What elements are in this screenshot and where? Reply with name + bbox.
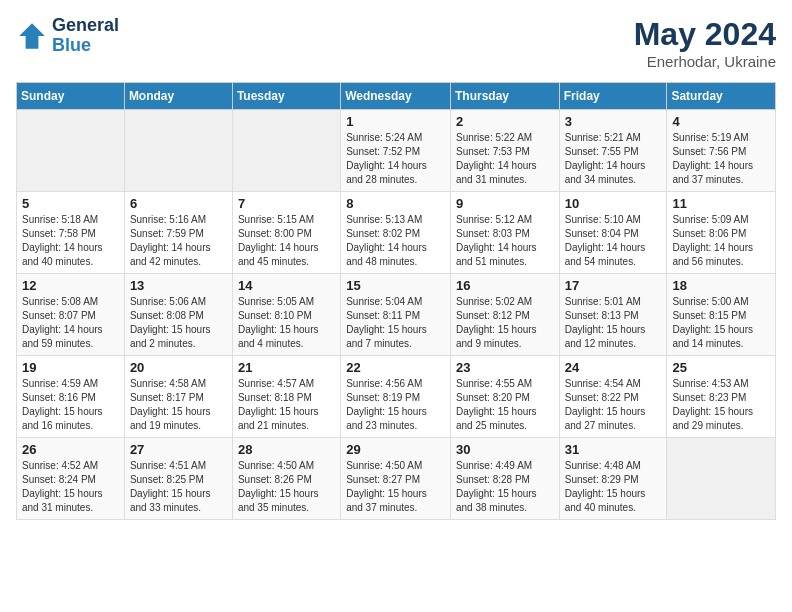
calendar-cell: 21Sunrise: 4:57 AM Sunset: 8:18 PM Dayli… — [232, 356, 340, 438]
logo-text: General Blue — [52, 16, 119, 56]
calendar-cell: 11Sunrise: 5:09 AM Sunset: 8:06 PM Dayli… — [667, 192, 776, 274]
calendar-cell: 4Sunrise: 5:19 AM Sunset: 7:56 PM Daylig… — [667, 110, 776, 192]
calendar-cell: 3Sunrise: 5:21 AM Sunset: 7:55 PM Daylig… — [559, 110, 667, 192]
day-info: Sunrise: 4:50 AM Sunset: 8:27 PM Dayligh… — [346, 459, 445, 515]
calendar-cell: 13Sunrise: 5:06 AM Sunset: 8:08 PM Dayli… — [124, 274, 232, 356]
calendar-cell: 19Sunrise: 4:59 AM Sunset: 8:16 PM Dayli… — [17, 356, 125, 438]
weekday-header: Thursday — [450, 83, 559, 110]
calendar-cell — [124, 110, 232, 192]
day-number: 17 — [565, 278, 662, 293]
calendar-cell: 24Sunrise: 4:54 AM Sunset: 8:22 PM Dayli… — [559, 356, 667, 438]
day-info: Sunrise: 5:18 AM Sunset: 7:58 PM Dayligh… — [22, 213, 119, 269]
day-info: Sunrise: 5:22 AM Sunset: 7:53 PM Dayligh… — [456, 131, 554, 187]
day-info: Sunrise: 4:53 AM Sunset: 8:23 PM Dayligh… — [672, 377, 770, 433]
day-number: 21 — [238, 360, 335, 375]
day-number: 5 — [22, 196, 119, 211]
calendar-cell: 6Sunrise: 5:16 AM Sunset: 7:59 PM Daylig… — [124, 192, 232, 274]
day-number: 13 — [130, 278, 227, 293]
calendar-cell: 9Sunrise: 5:12 AM Sunset: 8:03 PM Daylig… — [450, 192, 559, 274]
calendar-cell: 5Sunrise: 5:18 AM Sunset: 7:58 PM Daylig… — [17, 192, 125, 274]
logo-icon — [16, 20, 48, 52]
calendar-cell: 28Sunrise: 4:50 AM Sunset: 8:26 PM Dayli… — [232, 438, 340, 520]
day-info: Sunrise: 4:54 AM Sunset: 8:22 PM Dayligh… — [565, 377, 662, 433]
calendar-cell: 31Sunrise: 4:48 AM Sunset: 8:29 PM Dayli… — [559, 438, 667, 520]
day-info: Sunrise: 5:08 AM Sunset: 8:07 PM Dayligh… — [22, 295, 119, 351]
day-info: Sunrise: 4:50 AM Sunset: 8:26 PM Dayligh… — [238, 459, 335, 515]
calendar-week-row: 26Sunrise: 4:52 AM Sunset: 8:24 PM Dayli… — [17, 438, 776, 520]
calendar-cell: 7Sunrise: 5:15 AM Sunset: 8:00 PM Daylig… — [232, 192, 340, 274]
day-number: 30 — [456, 442, 554, 457]
day-number: 3 — [565, 114, 662, 129]
calendar-cell: 18Sunrise: 5:00 AM Sunset: 8:15 PM Dayli… — [667, 274, 776, 356]
day-number: 6 — [130, 196, 227, 211]
calendar-week-row: 12Sunrise: 5:08 AM Sunset: 8:07 PM Dayli… — [17, 274, 776, 356]
day-info: Sunrise: 4:51 AM Sunset: 8:25 PM Dayligh… — [130, 459, 227, 515]
day-info: Sunrise: 5:01 AM Sunset: 8:13 PM Dayligh… — [565, 295, 662, 351]
calendar-cell — [667, 438, 776, 520]
calendar-cell: 2Sunrise: 5:22 AM Sunset: 7:53 PM Daylig… — [450, 110, 559, 192]
day-number: 27 — [130, 442, 227, 457]
logo: General Blue — [16, 16, 119, 56]
day-info: Sunrise: 5:13 AM Sunset: 8:02 PM Dayligh… — [346, 213, 445, 269]
day-info: Sunrise: 5:04 AM Sunset: 8:11 PM Dayligh… — [346, 295, 445, 351]
day-info: Sunrise: 5:00 AM Sunset: 8:15 PM Dayligh… — [672, 295, 770, 351]
day-info: Sunrise: 5:06 AM Sunset: 8:08 PM Dayligh… — [130, 295, 227, 351]
day-info: Sunrise: 4:57 AM Sunset: 8:18 PM Dayligh… — [238, 377, 335, 433]
day-number: 2 — [456, 114, 554, 129]
day-info: Sunrise: 4:52 AM Sunset: 8:24 PM Dayligh… — [22, 459, 119, 515]
day-number: 20 — [130, 360, 227, 375]
weekday-header: Sunday — [17, 83, 125, 110]
calendar-cell: 17Sunrise: 5:01 AM Sunset: 8:13 PM Dayli… — [559, 274, 667, 356]
calendar-cell: 27Sunrise: 4:51 AM Sunset: 8:25 PM Dayli… — [124, 438, 232, 520]
svg-marker-0 — [19, 23, 45, 49]
day-number: 8 — [346, 196, 445, 211]
title-block: May 2024 Enerhodar, Ukraine — [634, 16, 776, 70]
day-number: 10 — [565, 196, 662, 211]
day-info: Sunrise: 5:10 AM Sunset: 8:04 PM Dayligh… — [565, 213, 662, 269]
day-number: 9 — [456, 196, 554, 211]
day-info: Sunrise: 5:12 AM Sunset: 8:03 PM Dayligh… — [456, 213, 554, 269]
day-info: Sunrise: 5:02 AM Sunset: 8:12 PM Dayligh… — [456, 295, 554, 351]
calendar-cell — [232, 110, 340, 192]
day-info: Sunrise: 5:19 AM Sunset: 7:56 PM Dayligh… — [672, 131, 770, 187]
day-info: Sunrise: 4:58 AM Sunset: 8:17 PM Dayligh… — [130, 377, 227, 433]
calendar-cell: 16Sunrise: 5:02 AM Sunset: 8:12 PM Dayli… — [450, 274, 559, 356]
day-info: Sunrise: 5:15 AM Sunset: 8:00 PM Dayligh… — [238, 213, 335, 269]
day-number: 23 — [456, 360, 554, 375]
day-number: 26 — [22, 442, 119, 457]
calendar-cell: 23Sunrise: 4:55 AM Sunset: 8:20 PM Dayli… — [450, 356, 559, 438]
calendar-cell: 15Sunrise: 5:04 AM Sunset: 8:11 PM Dayli… — [341, 274, 451, 356]
calendar-cell: 25Sunrise: 4:53 AM Sunset: 8:23 PM Dayli… — [667, 356, 776, 438]
calendar-cell: 20Sunrise: 4:58 AM Sunset: 8:17 PM Dayli… — [124, 356, 232, 438]
day-number: 25 — [672, 360, 770, 375]
weekday-header: Friday — [559, 83, 667, 110]
weekday-header: Wednesday — [341, 83, 451, 110]
day-number: 31 — [565, 442, 662, 457]
month-title: May 2024 — [634, 16, 776, 53]
calendar-week-row: 19Sunrise: 4:59 AM Sunset: 8:16 PM Dayli… — [17, 356, 776, 438]
calendar-cell: 1Sunrise: 5:24 AM Sunset: 7:52 PM Daylig… — [341, 110, 451, 192]
calendar-week-row: 5Sunrise: 5:18 AM Sunset: 7:58 PM Daylig… — [17, 192, 776, 274]
day-info: Sunrise: 5:24 AM Sunset: 7:52 PM Dayligh… — [346, 131, 445, 187]
day-number: 11 — [672, 196, 770, 211]
weekday-header: Monday — [124, 83, 232, 110]
day-number: 22 — [346, 360, 445, 375]
location-title: Enerhodar, Ukraine — [634, 53, 776, 70]
day-number: 14 — [238, 278, 335, 293]
day-info: Sunrise: 4:55 AM Sunset: 8:20 PM Dayligh… — [456, 377, 554, 433]
day-info: Sunrise: 5:16 AM Sunset: 7:59 PM Dayligh… — [130, 213, 227, 269]
calendar-cell — [17, 110, 125, 192]
calendar-cell: 12Sunrise: 5:08 AM Sunset: 8:07 PM Dayli… — [17, 274, 125, 356]
day-number: 18 — [672, 278, 770, 293]
day-number: 4 — [672, 114, 770, 129]
day-info: Sunrise: 4:59 AM Sunset: 8:16 PM Dayligh… — [22, 377, 119, 433]
day-info: Sunrise: 4:48 AM Sunset: 8:29 PM Dayligh… — [565, 459, 662, 515]
weekday-header: Saturday — [667, 83, 776, 110]
calendar-cell: 30Sunrise: 4:49 AM Sunset: 8:28 PM Dayli… — [450, 438, 559, 520]
day-info: Sunrise: 5:21 AM Sunset: 7:55 PM Dayligh… — [565, 131, 662, 187]
day-info: Sunrise: 5:09 AM Sunset: 8:06 PM Dayligh… — [672, 213, 770, 269]
day-number: 7 — [238, 196, 335, 211]
calendar-cell: 14Sunrise: 5:05 AM Sunset: 8:10 PM Dayli… — [232, 274, 340, 356]
calendar-cell: 29Sunrise: 4:50 AM Sunset: 8:27 PM Dayli… — [341, 438, 451, 520]
day-info: Sunrise: 4:49 AM Sunset: 8:28 PM Dayligh… — [456, 459, 554, 515]
